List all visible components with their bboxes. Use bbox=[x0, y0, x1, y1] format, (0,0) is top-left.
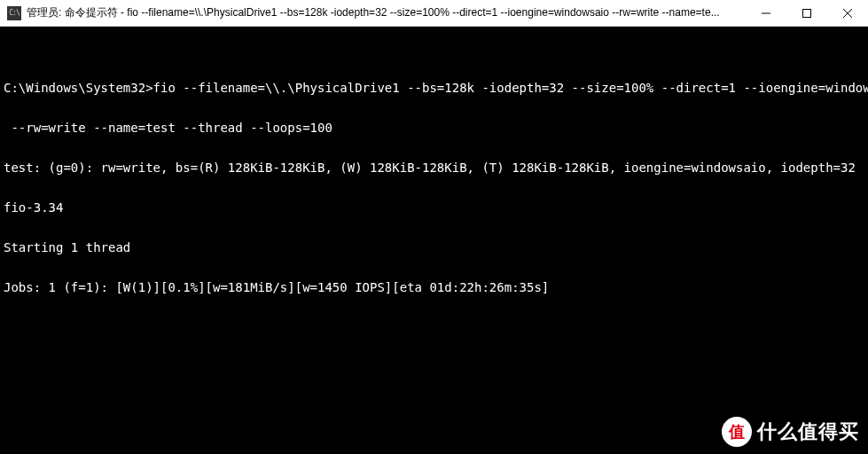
maximize-button[interactable] bbox=[786, 0, 827, 26]
console-line: Starting 1 thread bbox=[4, 241, 864, 254]
close-button[interactable] bbox=[827, 0, 868, 26]
cmd-window: C:\ 管理员: 命令提示符 - fio --filename=\\.\Phys… bbox=[0, 0, 868, 454]
watermark-badge-icon: 值 bbox=[722, 417, 752, 447]
window-title: 管理员: 命令提示符 - fio --filename=\\.\Physical… bbox=[27, 5, 746, 20]
console-line: fio-3.34 bbox=[4, 201, 864, 215]
watermark: 值 什么值得买 bbox=[722, 417, 859, 447]
close-icon bbox=[843, 9, 852, 18]
console-line: C:\Windows\System32>fio --filename=\\.\P… bbox=[4, 82, 864, 95]
minimize-button[interactable] bbox=[746, 0, 786, 26]
console-line: --rw=write --name=test --thread --loops=… bbox=[4, 121, 864, 135]
console-line: test: (g=0): rw=write, bs=(R) 128KiB-128… bbox=[4, 161, 864, 175]
watermark-text: 什么值得买 bbox=[757, 419, 859, 445]
console-output[interactable]: C:\Windows\System32>fio --filename=\\.\P… bbox=[0, 27, 868, 454]
titlebar[interactable]: C:\ 管理员: 命令提示符 - fio --filename=\\.\Phys… bbox=[0, 0, 868, 27]
cmd-icon: C:\ bbox=[7, 6, 21, 20]
console-line: Jobs: 1 (f=1): [W(1)][0.1%][w=181MiB/s][… bbox=[4, 281, 864, 294]
svg-rect-1 bbox=[803, 9, 811, 17]
window-controls bbox=[746, 0, 868, 26]
minimize-icon bbox=[762, 9, 770, 18]
maximize-icon bbox=[802, 9, 811, 18]
